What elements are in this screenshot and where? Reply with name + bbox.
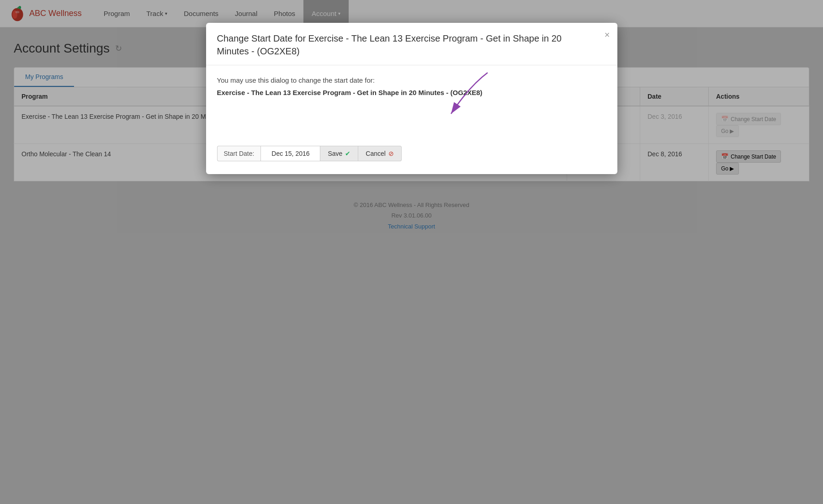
- start-date-input[interactable]: Dec 15, 2016: [260, 146, 320, 161]
- modal-header: Change Start Date for Exercise - The Lea…: [206, 23, 617, 65]
- start-date-label: Start Date:: [217, 146, 261, 161]
- modal-dialog: Change Start Date for Exercise - The Lea…: [206, 23, 617, 174]
- modal-close-button[interactable]: ×: [605, 30, 610, 39]
- checkmark-icon: ✔: [345, 150, 350, 157]
- cancel-button[interactable]: Cancel ⊘: [358, 146, 402, 161]
- save-button[interactable]: Save ✔: [320, 146, 358, 161]
- annotation-arrow-svg: [414, 68, 506, 127]
- modal-description: You may use this dialog to change the st…: [217, 76, 606, 84]
- modal-body: You may use this dialog to change the st…: [206, 65, 617, 174]
- modal-overlay: Change Start Date for Exercise - The Lea…: [0, 0, 823, 504]
- arrow-annotation: [217, 109, 606, 146]
- start-date-row: Start Date: Dec 15, 2016 Save ✔ Cancel ⊘: [217, 146, 606, 161]
- modal-title: Change Start Date for Exercise - The Lea…: [217, 32, 606, 58]
- modal-program-name: Exercise - The Lean 13 Exercise Program …: [217, 89, 606, 96]
- cancel-icon: ⊘: [388, 150, 394, 157]
